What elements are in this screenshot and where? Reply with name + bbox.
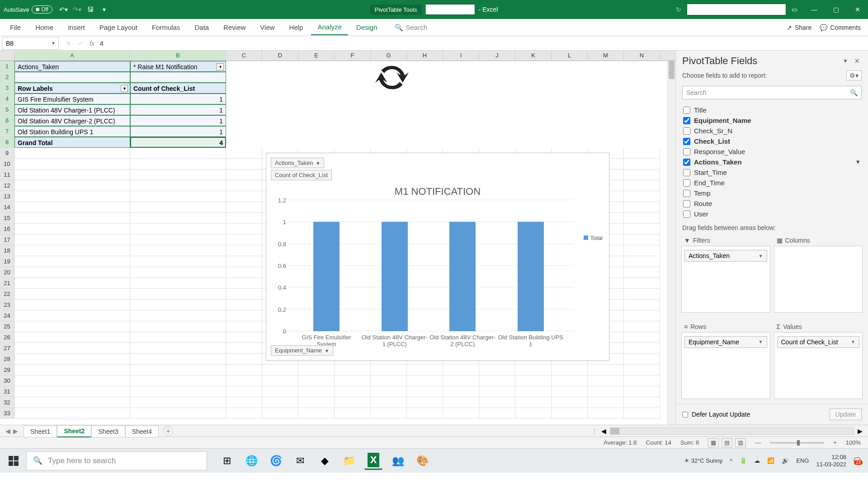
row-header[interactable]: 16	[0, 224, 14, 235]
page-break-view-icon[interactable]: ▥	[735, 438, 746, 447]
enter-formula-icon[interactable]: ✓	[78, 40, 83, 47]
normal-view-icon[interactable]: ▦	[708, 438, 719, 447]
sheet-tab[interactable]: Sheet4	[125, 426, 159, 437]
close-button[interactable]: ✕	[851, 3, 864, 16]
chart-value-button[interactable]: Count of Check_List	[271, 170, 332, 180]
row-header[interactable]: 8	[0, 137, 14, 148]
save-icon[interactable]: 🖫	[86, 5, 95, 14]
field-checkbox[interactable]	[683, 117, 690, 124]
pivot-value[interactable]: 1	[130, 115, 226, 126]
outlook-icon[interactable]: ✉	[291, 452, 309, 470]
maximize-button[interactable]: ▢	[829, 3, 843, 16]
close-pane-button[interactable]: ✕	[853, 56, 862, 66]
col-header-i[interactable]: I	[443, 51, 479, 61]
row-header[interactable]: 33	[0, 408, 14, 419]
row-header[interactable]: 31	[0, 386, 14, 397]
field-item[interactable]: Actions_Taken▼	[680, 157, 863, 167]
chrome-icon[interactable]: 🌐	[242, 452, 260, 470]
fx-icon[interactable]: fx	[90, 40, 94, 47]
pivot-value[interactable]: 1	[130, 104, 226, 115]
col-header-c[interactable]: C	[226, 51, 262, 61]
col-header-n[interactable]: N	[624, 51, 660, 61]
pivot-row[interactable]: Old Station 48V Charger-1 (PLCC)	[14, 104, 130, 115]
row-header[interactable]: 22	[0, 289, 14, 300]
minimize-button[interactable]: —	[807, 3, 821, 16]
autosave-toggle[interactable]: AutoSave Off	[4, 5, 52, 14]
row-header[interactable]: 19	[0, 256, 14, 267]
col-header-d[interactable]: D	[262, 51, 298, 61]
vertical-scrollbar[interactable]	[667, 61, 675, 425]
comments-button[interactable]: 💬Comments	[820, 24, 861, 31]
row-header[interactable]: 7	[0, 126, 14, 137]
col-header-m[interactable]: M	[588, 51, 624, 61]
worksheet-grid[interactable]: A B C D E F G H I J K L M N 123456789101…	[0, 51, 675, 425]
gear-icon[interactable]: ⚙▾	[846, 70, 862, 80]
area-item-value[interactable]: Count of Check_List▼	[777, 336, 860, 348]
update-button[interactable]: Update	[830, 408, 862, 420]
row-header[interactable]: 3	[0, 83, 14, 94]
tab-help[interactable]: Help	[283, 20, 310, 35]
sheet-tab[interactable]: Sheet2	[57, 425, 91, 437]
field-checkbox[interactable]	[683, 159, 690, 166]
pivot-row-labels-header[interactable]: Row Labels ▾	[14, 83, 130, 94]
row-header[interactable]: 10	[0, 159, 14, 169]
row-header[interactable]: 30	[0, 375, 14, 386]
taskbar-search[interactable]: 🔍 Type here to search	[26, 451, 207, 470]
row-header[interactable]: 27	[0, 343, 14, 354]
name-box[interactable]: B8 ▼	[2, 37, 59, 50]
rows-area[interactable]: Equipment_Name▼	[681, 332, 770, 399]
row-header[interactable]: 21	[0, 278, 14, 289]
defer-layout-checkbox[interactable]: Defer Layout Update	[682, 411, 750, 418]
field-checkbox[interactable]	[683, 148, 690, 155]
file-explorer-icon[interactable]: 📁	[340, 452, 358, 470]
row-header[interactable]: 20	[0, 267, 14, 278]
field-item[interactable]: Check_List	[680, 136, 863, 146]
values-area[interactable]: Count of Check_List▼	[774, 332, 863, 399]
horizontal-scrollbar[interactable]	[610, 427, 854, 435]
row-header[interactable]: 32	[0, 397, 14, 408]
field-checkbox[interactable]	[683, 211, 690, 218]
pivot-row[interactable]: Old Station Building UPS 1	[14, 126, 130, 137]
zoom-in-icon[interactable]: +	[833, 439, 837, 446]
pivot-row[interactable]: Old Station 48V Charger-2 (PLCC)	[14, 115, 130, 126]
columns-area[interactable]	[774, 246, 863, 313]
field-item[interactable]: Route	[680, 198, 863, 209]
field-item[interactable]: End_Time	[680, 178, 863, 188]
share-button[interactable]: ↗Share	[787, 24, 811, 31]
tab-data[interactable]: Data	[188, 20, 215, 35]
onedrive-icon[interactable]: ☁	[754, 457, 760, 464]
teams-icon[interactable]: 👥	[389, 452, 407, 470]
field-item[interactable]: Check_Sr_N	[680, 126, 863, 136]
tab-view[interactable]: View	[254, 20, 281, 35]
start-button[interactable]	[3, 450, 24, 472]
row-header[interactable]: 4	[0, 94, 14, 104]
chart-bar[interactable]	[382, 222, 408, 331]
field-checkbox[interactable]	[683, 169, 690, 176]
chart-bar[interactable]	[313, 222, 340, 331]
excel-icon[interactable]: X	[364, 452, 382, 470]
row-header[interactable]: 24	[0, 310, 14, 321]
col-header-g[interactable]: G	[371, 51, 407, 61]
field-checkbox[interactable]	[683, 179, 690, 187]
col-header-j[interactable]: J	[479, 51, 515, 61]
undo-icon[interactable]: ↶▾	[59, 5, 68, 14]
row-header[interactable]: 2	[0, 72, 14, 83]
tab-review[interactable]: Review	[217, 20, 252, 35]
battery-icon[interactable]: 🔋	[740, 457, 747, 464]
field-checkbox[interactable]	[683, 138, 690, 145]
pane-options-icon[interactable]: ▼	[843, 58, 848, 64]
col-header-k[interactable]: K	[515, 51, 552, 61]
zoom-slider[interactable]	[770, 442, 824, 444]
scroll-right-icon[interactable]: ▶	[858, 427, 863, 435]
task-view-icon[interactable]: ⊞	[218, 452, 236, 470]
field-search-input[interactable]: Search 🔍	[682, 86, 862, 99]
row-header[interactable]: 1	[0, 61, 14, 72]
field-item[interactable]: Equipment_Name	[680, 115, 863, 126]
edge-icon[interactable]: 🌀	[267, 452, 285, 470]
ribbon-display-icon[interactable]: ▭	[792, 6, 797, 13]
chart-bar[interactable]	[449, 222, 476, 331]
tab-analyze[interactable]: Analyze	[311, 19, 348, 35]
pivot-grand-total-value[interactable]: 4	[130, 137, 226, 148]
redo-icon[interactable]: ↷▾	[72, 5, 81, 14]
field-item[interactable]: User	[680, 209, 863, 219]
